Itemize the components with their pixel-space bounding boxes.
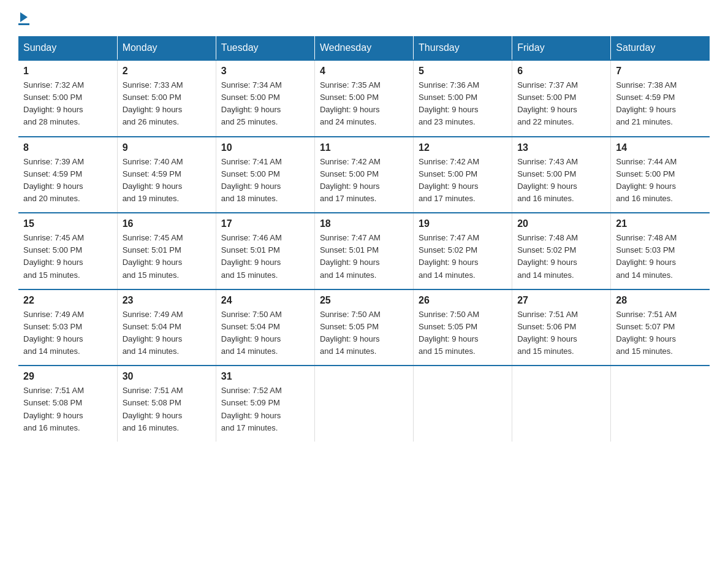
day-info: Sunrise: 7:50 AMSunset: 5:05 PMDaylight:… [320, 310, 381, 356]
calendar-cell: 19Sunrise: 7:47 AMSunset: 5:02 PMDayligh… [414, 213, 512, 289]
calendar-cell: 17Sunrise: 7:46 AMSunset: 5:01 PMDayligh… [216, 213, 314, 289]
calendar-cell: 24Sunrise: 7:50 AMSunset: 5:04 PMDayligh… [216, 289, 314, 366]
calendar-table: SundayMondayTuesdayWednesdayThursdayFrid… [18, 36, 710, 442]
day-number: 22 [23, 295, 112, 306]
calendar-week-5: 29Sunrise: 7:51 AMSunset: 5:08 PMDayligh… [18, 366, 710, 442]
page-header [18, 12, 710, 25]
day-info: Sunrise: 7:49 AMSunset: 5:03 PMDaylight:… [23, 310, 84, 356]
weekday-header-monday: Monday [117, 36, 216, 60]
calendar-cell [611, 366, 710, 442]
day-number: 12 [419, 142, 507, 153]
day-number: 17 [221, 218, 309, 229]
day-number: 30 [123, 371, 211, 382]
day-number: 9 [123, 142, 211, 153]
calendar-cell: 9Sunrise: 7:40 AMSunset: 4:59 PMDaylight… [117, 137, 216, 213]
logo [18, 12, 29, 25]
day-info: Sunrise: 7:45 AMSunset: 5:00 PMDaylight:… [23, 233, 84, 279]
calendar-cell: 20Sunrise: 7:48 AMSunset: 5:02 PMDayligh… [512, 213, 611, 289]
calendar-cell: 23Sunrise: 7:49 AMSunset: 5:04 PMDayligh… [117, 289, 216, 366]
calendar-cell: 7Sunrise: 7:38 AMSunset: 4:59 PMDaylight… [611, 60, 710, 137]
day-info: Sunrise: 7:47 AMSunset: 5:01 PMDaylight:… [320, 233, 381, 279]
day-number: 1 [23, 66, 112, 77]
day-number: 29 [23, 371, 112, 382]
calendar-cell: 12Sunrise: 7:42 AMSunset: 5:00 PMDayligh… [414, 137, 512, 213]
day-number: 26 [419, 295, 507, 306]
weekday-header-thursday: Thursday [414, 36, 512, 60]
calendar-week-1: 1Sunrise: 7:32 AMSunset: 5:00 PMDaylight… [18, 60, 710, 137]
weekday-header-saturday: Saturday [611, 36, 710, 60]
day-number: 3 [221, 66, 309, 77]
day-info: Sunrise: 7:39 AMSunset: 4:59 PMDaylight:… [23, 157, 84, 203]
calendar-cell: 26Sunrise: 7:50 AMSunset: 5:05 PMDayligh… [414, 289, 512, 366]
calendar-week-3: 15Sunrise: 7:45 AMSunset: 5:00 PMDayligh… [18, 213, 710, 289]
calendar-cell: 27Sunrise: 7:51 AMSunset: 5:06 PMDayligh… [512, 289, 611, 366]
calendar-cell: 31Sunrise: 7:52 AMSunset: 5:09 PMDayligh… [216, 366, 314, 442]
logo-underline [18, 23, 29, 25]
calendar-cell: 18Sunrise: 7:47 AMSunset: 5:01 PMDayligh… [314, 213, 413, 289]
calendar-cell: 3Sunrise: 7:34 AMSunset: 5:00 PMDaylight… [216, 60, 314, 137]
day-number: 24 [221, 295, 309, 306]
day-number: 25 [320, 295, 408, 306]
calendar-cell: 13Sunrise: 7:43 AMSunset: 5:00 PMDayligh… [512, 137, 611, 213]
calendar-cell [314, 366, 413, 442]
day-info: Sunrise: 7:52 AMSunset: 5:09 PMDaylight:… [221, 386, 282, 432]
day-info: Sunrise: 7:51 AMSunset: 5:07 PMDaylight:… [616, 310, 677, 356]
day-info: Sunrise: 7:46 AMSunset: 5:01 PMDaylight:… [221, 233, 282, 279]
calendar-cell: 11Sunrise: 7:42 AMSunset: 5:00 PMDayligh… [314, 137, 413, 213]
day-number: 11 [320, 142, 408, 153]
day-number: 20 [517, 218, 605, 229]
calendar-cell: 30Sunrise: 7:51 AMSunset: 5:08 PMDayligh… [117, 366, 216, 442]
weekday-header-tuesday: Tuesday [216, 36, 314, 60]
day-number: 21 [616, 218, 705, 229]
weekday-header-friday: Friday [512, 36, 611, 60]
calendar-cell: 8Sunrise: 7:39 AMSunset: 4:59 PMDaylight… [18, 137, 117, 213]
day-number: 4 [320, 66, 408, 77]
day-info: Sunrise: 7:43 AMSunset: 5:00 PMDaylight:… [517, 157, 578, 203]
day-number: 14 [616, 142, 705, 153]
day-number: 27 [517, 295, 605, 306]
calendar-cell: 21Sunrise: 7:48 AMSunset: 5:03 PMDayligh… [611, 213, 710, 289]
logo-arrow-icon [20, 12, 28, 22]
day-info: Sunrise: 7:51 AMSunset: 5:06 PMDaylight:… [517, 310, 578, 356]
calendar-cell: 4Sunrise: 7:35 AMSunset: 5:00 PMDaylight… [314, 60, 413, 137]
day-info: Sunrise: 7:44 AMSunset: 5:00 PMDaylight:… [616, 157, 677, 203]
day-info: Sunrise: 7:48 AMSunset: 5:02 PMDaylight:… [517, 233, 578, 279]
calendar-cell: 5Sunrise: 7:36 AMSunset: 5:00 PMDaylight… [414, 60, 512, 137]
day-info: Sunrise: 7:51 AMSunset: 5:08 PMDaylight:… [123, 386, 183, 432]
day-info: Sunrise: 7:40 AMSunset: 4:59 PMDaylight:… [123, 157, 183, 203]
day-number: 10 [221, 142, 309, 153]
calendar-cell: 2Sunrise: 7:33 AMSunset: 5:00 PMDaylight… [117, 60, 216, 137]
day-info: Sunrise: 7:41 AMSunset: 5:00 PMDaylight:… [221, 157, 282, 203]
calendar-week-4: 22Sunrise: 7:49 AMSunset: 5:03 PMDayligh… [18, 289, 710, 366]
day-number: 7 [616, 66, 705, 77]
day-info: Sunrise: 7:49 AMSunset: 5:04 PMDaylight:… [123, 310, 183, 356]
calendar-cell: 22Sunrise: 7:49 AMSunset: 5:03 PMDayligh… [18, 289, 117, 366]
day-info: Sunrise: 7:32 AMSunset: 5:00 PMDaylight:… [23, 80, 84, 126]
day-number: 8 [23, 142, 112, 153]
day-number: 16 [123, 218, 211, 229]
calendar-cell: 25Sunrise: 7:50 AMSunset: 5:05 PMDayligh… [314, 289, 413, 366]
day-info: Sunrise: 7:45 AMSunset: 5:01 PMDaylight:… [123, 233, 183, 279]
calendar-cell [414, 366, 512, 442]
calendar-week-2: 8Sunrise: 7:39 AMSunset: 4:59 PMDaylight… [18, 137, 710, 213]
day-info: Sunrise: 7:38 AMSunset: 4:59 PMDaylight:… [616, 80, 677, 126]
day-number: 31 [221, 371, 309, 382]
calendar-cell: 1Sunrise: 7:32 AMSunset: 5:00 PMDaylight… [18, 60, 117, 137]
day-number: 18 [320, 218, 408, 229]
weekday-header-wednesday: Wednesday [314, 36, 413, 60]
calendar-cell: 15Sunrise: 7:45 AMSunset: 5:00 PMDayligh… [18, 213, 117, 289]
day-number: 23 [123, 295, 211, 306]
calendar-cell: 10Sunrise: 7:41 AMSunset: 5:00 PMDayligh… [216, 137, 314, 213]
calendar-cell [512, 366, 611, 442]
day-info: Sunrise: 7:51 AMSunset: 5:08 PMDaylight:… [23, 386, 84, 432]
day-info: Sunrise: 7:50 AMSunset: 5:04 PMDaylight:… [221, 310, 282, 356]
day-info: Sunrise: 7:50 AMSunset: 5:05 PMDaylight:… [419, 310, 479, 356]
calendar-cell: 28Sunrise: 7:51 AMSunset: 5:07 PMDayligh… [611, 289, 710, 366]
day-info: Sunrise: 7:48 AMSunset: 5:03 PMDaylight:… [616, 233, 677, 279]
day-info: Sunrise: 7:34 AMSunset: 5:00 PMDaylight:… [221, 80, 282, 126]
day-number: 19 [419, 218, 507, 229]
day-number: 28 [616, 295, 705, 306]
calendar-cell: 16Sunrise: 7:45 AMSunset: 5:01 PMDayligh… [117, 213, 216, 289]
day-info: Sunrise: 7:47 AMSunset: 5:02 PMDaylight:… [419, 233, 479, 279]
day-number: 2 [123, 66, 211, 77]
